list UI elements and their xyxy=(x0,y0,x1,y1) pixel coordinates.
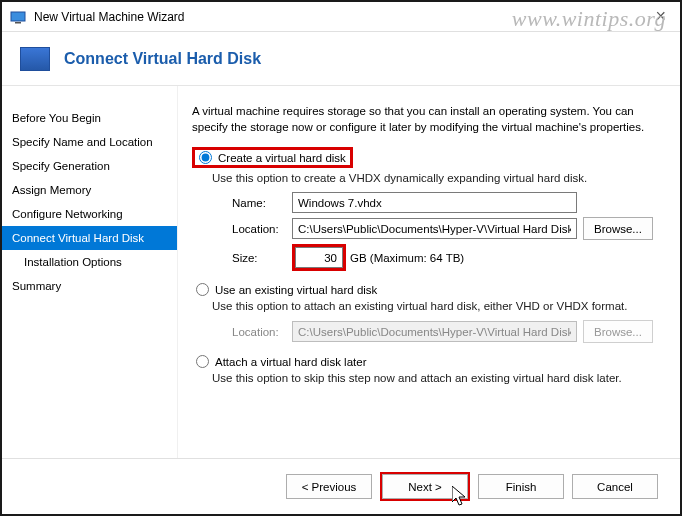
later-hint: Use this option to skip this step now an… xyxy=(212,372,660,384)
cancel-button[interactable]: Cancel xyxy=(572,474,658,499)
radio-later-vhd[interactable]: Attach a virtual hard disk later xyxy=(192,355,660,368)
size-unit: GB (Maximum: 64 TB) xyxy=(350,252,464,264)
size-label: Size: xyxy=(232,252,292,264)
wizard-window: www.wintips.org New Virtual Machine Wiza… xyxy=(0,0,682,516)
app-icon xyxy=(10,9,26,25)
nav-summary[interactable]: Summary xyxy=(2,274,177,298)
size-input[interactable] xyxy=(295,247,343,268)
existing-location-label: Location: xyxy=(232,326,292,338)
name-label: Name: xyxy=(232,197,292,209)
radio-create-vhd[interactable]: Create a virtual hard disk xyxy=(192,147,660,168)
radio-later-label: Attach a virtual hard disk later xyxy=(215,356,367,368)
radio-existing-label: Use an existing virtual hard disk xyxy=(215,284,377,296)
footer: < Previous Next > Finish Cancel xyxy=(2,458,680,514)
intro-text: A virtual machine requires storage so th… xyxy=(192,104,660,135)
main-panel: A virtual machine requires storage so th… xyxy=(178,86,680,458)
nav-specify-name[interactable]: Specify Name and Location xyxy=(2,130,177,154)
svg-rect-1 xyxy=(15,22,21,24)
location-input[interactable] xyxy=(292,218,577,239)
wizard-nav: Before You Begin Specify Name and Locati… xyxy=(2,86,178,458)
next-button[interactable]: Next > xyxy=(382,474,468,499)
heading-text: Connect Virtual Hard Disk xyxy=(64,50,261,68)
create-hint: Use this option to create a VHDX dynamic… xyxy=(212,172,660,184)
heading-icon xyxy=(20,47,50,71)
nav-before-you-begin[interactable]: Before You Begin xyxy=(2,106,177,130)
name-input[interactable] xyxy=(292,192,577,213)
nav-installation-options[interactable]: Installation Options xyxy=(2,250,177,274)
browse-button[interactable]: Browse... xyxy=(583,217,653,240)
location-label: Location: xyxy=(232,223,292,235)
nav-specify-generation[interactable]: Specify Generation xyxy=(2,154,177,178)
titlebar: New Virtual Machine Wizard × xyxy=(2,2,680,32)
nav-connect-vhd[interactable]: Connect Virtual Hard Disk xyxy=(2,226,177,250)
finish-button[interactable]: Finish xyxy=(478,474,564,499)
window-title: New Virtual Machine Wizard xyxy=(34,10,649,24)
nav-configure-networking[interactable]: Configure Networking xyxy=(2,202,177,226)
nav-assign-memory[interactable]: Assign Memory xyxy=(2,178,177,202)
wizard-body: Before You Begin Specify Name and Locati… xyxy=(2,86,680,458)
radio-later-input[interactable] xyxy=(196,355,209,368)
close-icon[interactable]: × xyxy=(649,6,672,27)
existing-location-input xyxy=(292,321,577,342)
wizard-heading: Connect Virtual Hard Disk xyxy=(2,32,680,86)
existing-hint: Use this option to attach an existing vi… xyxy=(212,300,660,312)
radio-create-label: Create a virtual hard disk xyxy=(218,152,346,164)
existing-browse-button: Browse... xyxy=(583,320,653,343)
radio-existing-vhd[interactable]: Use an existing virtual hard disk xyxy=(192,283,660,296)
radio-create-input[interactable] xyxy=(199,151,212,164)
radio-existing-input[interactable] xyxy=(196,283,209,296)
svg-rect-0 xyxy=(11,12,25,21)
previous-button[interactable]: < Previous xyxy=(286,474,372,499)
existing-form: Location: Browse... xyxy=(232,320,660,343)
create-form: Name: Location: Browse... Size: GB (Maxi… xyxy=(232,192,660,271)
